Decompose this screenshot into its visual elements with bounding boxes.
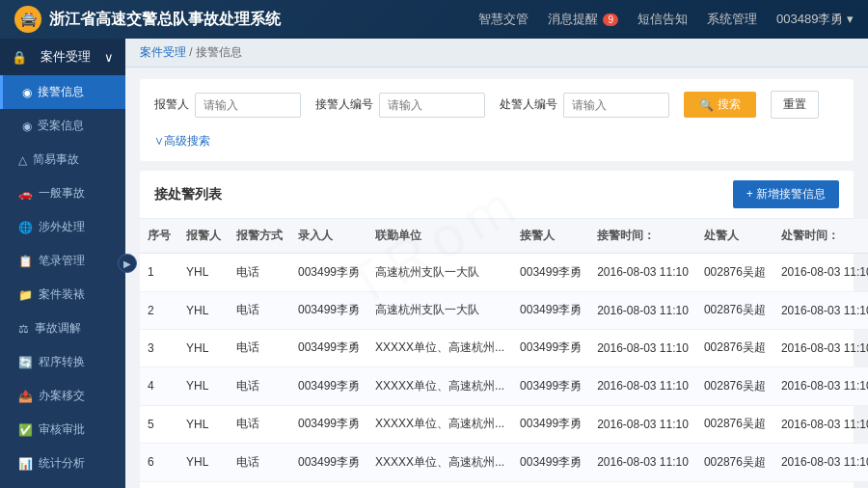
sidebar-item-receive-police[interactable]: ◉ 接警信息: [0, 75, 125, 109]
car-icon: 🚗: [18, 187, 33, 201]
sidebar-item-handover[interactable]: 📤 办案移交: [0, 379, 125, 413]
cell-method: 电话: [229, 329, 290, 367]
sidebar-toggle[interactable]: ▶: [118, 254, 137, 273]
cell-handle-time: 2016-08-03 11:10: [773, 444, 868, 482]
cell-id: 4: [140, 367, 178, 406]
receiver-no-input[interactable]: [379, 93, 485, 118]
cell-id: 5: [140, 405, 178, 444]
cell-receiver: 003499李勇: [512, 367, 589, 406]
cell-handle-time: 2016-08-03 11:10: [773, 481, 868, 488]
advanced-search-link[interactable]: ∨高级搜索: [154, 133, 210, 149]
table-row: 6 YHL 电话 003499李勇 XXXXX单位、高速杭州... 003499…: [140, 444, 868, 482]
table-header: 接处警列表 + 新增接警信息: [140, 171, 854, 219]
nav-item-traffic[interactable]: 智慧交管: [478, 11, 529, 28]
reporter-input[interactable]: [195, 93, 301, 118]
cell-reporter: YHL: [178, 291, 229, 329]
cell-recorder: 003499李勇: [290, 367, 367, 406]
cell-unit: 高速杭州支队一大队: [367, 254, 512, 292]
cell-recorder: 003499李勇: [290, 444, 367, 482]
cell-receiver: 003499李勇: [512, 291, 589, 329]
sidebar-item-transfer[interactable]: 🔄 程序转换: [0, 345, 125, 379]
handler-no-input[interactable]: [563, 93, 669, 118]
police-table: 序号 报警人 报警方式 录入人 联勤单位 接警人 接警时间： 处警人 处警时间：…: [140, 219, 868, 488]
sidebar-item-simple-accident[interactable]: △ 简易事故: [0, 143, 125, 176]
col-method: 报警方式: [229, 219, 290, 254]
sidebar-item-police-data[interactable]: 🛡 民警执法数据: [0, 480, 125, 488]
chart-icon: 📊: [18, 457, 33, 471]
scale-icon: ⚖: [18, 322, 29, 336]
cell-handle-time: 2016-08-03 11:10: [773, 291, 868, 329]
cell-recorder: 003499李勇: [290, 405, 367, 444]
cell-id: 6: [140, 444, 178, 482]
col-receive-time: 接警时间：: [589, 219, 696, 254]
cell-handle-time: 2016-08-03 11:10: [773, 367, 868, 406]
breadcrumb: 案件受理 / 接警信息: [125, 39, 868, 68]
cell-handler: 002876吴超: [696, 405, 773, 444]
sidebar-item-foreign[interactable]: 🌐 涉外处理: [0, 210, 125, 244]
nav-item-sms[interactable]: 短信告知: [637, 11, 688, 28]
nav-item-messages[interactable]: 消息提醒 9: [548, 11, 618, 28]
cell-unit: XXXXX单位、高速杭州...: [367, 405, 512, 444]
table-row: 3 YHL 电话 003499李勇 XXXXX单位、高速杭州... 003499…: [140, 329, 868, 367]
cell-receive-time: 2016-08-03 11:10: [589, 367, 696, 406]
table-row: 2 YHL 电话 003499李勇 高速杭州支队一大队 003499李勇 201…: [140, 291, 868, 329]
sidebar-item-general-accident[interactable]: 🚗 一般事故: [0, 176, 125, 210]
cell-handler: 002876吴超: [696, 367, 773, 406]
sidebar-item-case-info[interactable]: ◉ 受案信息: [0, 109, 125, 143]
reporter-group: 报警人: [154, 93, 301, 118]
cell-reporter: YHL: [178, 405, 229, 444]
header: 🚔 浙江省高速交警总队事故处理系统 智慧交管 消息提醒 9 短信告知 系统管理 …: [0, 0, 868, 39]
cell-receive-time: 2016-08-03 11:10: [589, 329, 696, 367]
nav-item-system[interactable]: 系统管理: [707, 11, 757, 28]
sidebar-section-label: 案件受理: [41, 48, 91, 66]
cell-handle-time: 2016-08-03 11:10: [773, 405, 868, 444]
sidebar-item-approval[interactable]: ✅ 审核审批: [0, 413, 125, 447]
sidebar-section-case[interactable]: 🔒 案件受理 ∨: [0, 39, 125, 75]
cell-receive-time: 2016-08-03 11:10: [589, 291, 696, 329]
breadcrumb-current: 接警信息: [196, 45, 242, 59]
cell-receiver: 003499李勇: [512, 405, 589, 444]
reporter-label: 报警人: [154, 96, 189, 113]
cell-receiver: 003499李勇: [512, 481, 589, 488]
cell-unit: XXXXX单位、高速杭州...: [367, 444, 512, 482]
cell-handle-time: 2016-08-03 11:10: [773, 329, 868, 367]
logo-icon: 🚔: [14, 6, 41, 33]
cell-reporter: YHL: [178, 481, 229, 488]
sidebar-item-mediation[interactable]: ⚖ 事故调解: [0, 312, 125, 345]
dot-icon: ◉: [22, 120, 32, 133]
header-logo: 🚔 浙江省高速交警总队事故处理系统: [14, 6, 281, 33]
cell-handler: 002876吴超: [696, 481, 773, 488]
cell-id: 1: [140, 254, 178, 292]
search-button[interactable]: 🔍 搜索: [684, 92, 756, 118]
table-title: 接处警列表: [154, 186, 222, 203]
cell-reporter: YHL: [178, 254, 229, 292]
sidebar-item-statistics[interactable]: 📊 统计分析: [0, 447, 125, 480]
cell-receive-time: 2016-08-03 11:10: [589, 405, 696, 444]
add-police-button[interactable]: + 新增接警信息: [733, 180, 839, 208]
search-form: 报警人 接警人编号 处警人编号 🔍 搜索 重置 ∨高级搜索: [140, 79, 854, 161]
content-area: 报警人 接警人编号 处警人编号 🔍 搜索 重置 ∨高级搜索: [125, 68, 868, 488]
col-handle-time: 处警时间：: [773, 219, 868, 254]
user-menu[interactable]: 003489李勇 ▾: [776, 11, 854, 28]
message-badge: 9: [603, 14, 618, 26]
sidebar-item-notes[interactable]: 📋 笔录管理: [0, 244, 125, 278]
cell-handler: 002876吴超: [696, 254, 773, 292]
table-row: 4 YHL 电话 003499李勇 XXXXX单位、高速杭州... 003499…: [140, 367, 868, 406]
table-section: 接处警列表 + 新增接警信息 序号 报警人 报警方式 录入人 联勤单位 接警人 …: [140, 171, 854, 488]
cell-recorder: 003499李勇: [290, 291, 367, 329]
cell-method: 电话: [229, 481, 290, 488]
main-content: 案件受理 / 接警信息 报警人 接警人编号 处警人编号: [125, 39, 868, 488]
table-row: 5 YHL 电话 003499李勇 XXXXX单位、高速杭州... 003499…: [140, 405, 868, 444]
cell-handler: 002876吴超: [696, 329, 773, 367]
table-row: 7 YHL 电话 003499李勇 高速杭州支队一大队 003499李勇 201…: [140, 481, 868, 488]
cell-id: 7: [140, 481, 178, 488]
col-unit: 联勤单位: [367, 219, 512, 254]
cell-method: 电话: [229, 444, 290, 482]
breadcrumb-sep: /: [189, 45, 196, 59]
lock-icon: 🔒: [12, 50, 27, 65]
breadcrumb-home[interactable]: 案件受理: [140, 45, 186, 59]
cell-reporter: YHL: [178, 367, 229, 406]
sidebar-item-case-file[interactable]: 📁 案件装裱: [0, 278, 125, 312]
reset-button[interactable]: 重置: [771, 91, 819, 119]
cell-receive-time: 2016-08-03 11:10: [589, 254, 696, 292]
